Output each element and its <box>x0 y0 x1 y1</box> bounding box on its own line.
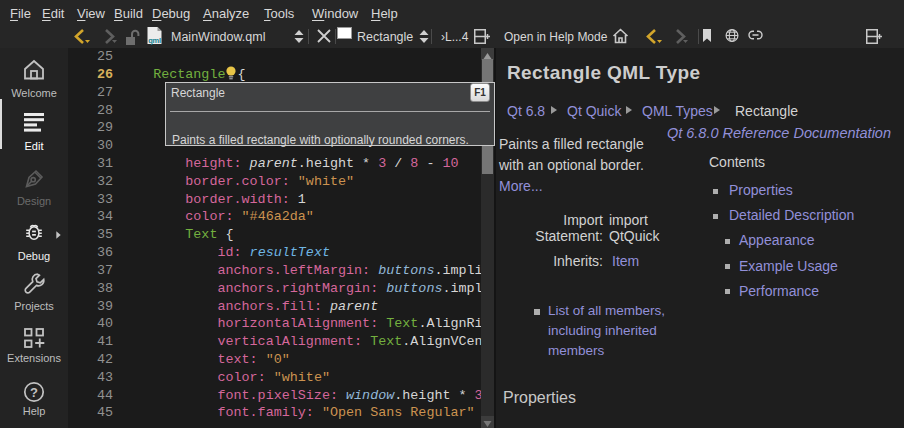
svg-text:qml: qml <box>148 36 161 45</box>
svg-text:?: ? <box>30 385 38 400</box>
